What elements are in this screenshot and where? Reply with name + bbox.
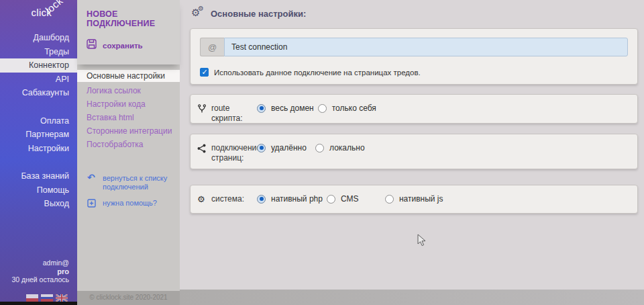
radio-whole-domain[interactable] xyxy=(257,104,266,113)
bottom-band xyxy=(180,290,644,305)
nav-group-account: Оплата Партнерам Настройки xyxy=(0,114,77,156)
sidebar-item-threads[interactable]: Треды xyxy=(0,45,77,59)
script-route-options: весь домен только себя xyxy=(257,103,380,113)
back-to-connections-link[interactable]: ↶ вернуться к списку подключений xyxy=(87,174,180,191)
system-label: система: xyxy=(211,194,244,204)
main-header: ⚙ ⚙ Основные настройки: xyxy=(180,0,644,19)
option-remote[interactable]: удалённо xyxy=(257,143,315,152)
system-label-cell: ⚙ система: xyxy=(197,194,257,204)
option-cms[interactable]: CMS xyxy=(327,194,385,204)
sidebar-item-logout[interactable]: Выход xyxy=(0,197,77,211)
page-connection-options: удалённо локально xyxy=(257,143,374,152)
save-floppy-icon xyxy=(87,39,97,52)
panel-title: НОВОЕ ПОДКЛЮЧЕНИЕ xyxy=(87,9,173,28)
sidebar: clicklock Дашборд Треды Коннектор API Са… xyxy=(0,0,77,305)
undo-arrow-icon: ↶ xyxy=(87,174,97,191)
page-connection-label-cell: подключение страниц: xyxy=(197,143,257,163)
save-button[interactable]: сохранить xyxy=(87,39,173,52)
sidebar-item-settings[interactable]: Настройки xyxy=(0,142,77,156)
nav-group-help: База знаний Помощь Выход xyxy=(0,169,77,211)
account-days-left: 30 дней осталось xyxy=(11,275,69,284)
sidebar-item-payment[interactable]: Оплата xyxy=(0,114,77,128)
menu-item-basic-settings[interactable]: Основные настройки xyxy=(77,70,180,82)
flag-poland-icon[interactable] xyxy=(26,294,38,302)
account-info: admin@ pro 30 дней осталось xyxy=(11,259,69,284)
menu-item-html-insert[interactable]: Вставка html xyxy=(77,111,180,124)
option-native-php[interactable]: нативный php xyxy=(257,194,327,204)
share-icon xyxy=(197,143,207,163)
sidebar-item-connector[interactable]: Коннектор xyxy=(0,58,77,73)
panel-header: НОВОЕ ПОДКЛЮЧЕНИЕ сохранить xyxy=(77,0,180,64)
sidebar-item-api[interactable]: API xyxy=(0,73,77,87)
radio-native-js[interactable] xyxy=(385,195,394,204)
connection-panel: НОВОЕ ПОДКЛЮЧЕНИЕ сохранить Основные нас… xyxy=(77,0,180,305)
option-local[interactable]: локально xyxy=(315,143,374,152)
flag-uk-icon[interactable] xyxy=(56,294,68,302)
radio-native-php[interactable] xyxy=(257,195,266,204)
menu-item-link-logic[interactable]: Логика ссылок xyxy=(77,84,180,97)
connection-name-card: @ Использовать данное подключение на стр… xyxy=(190,28,638,85)
main-content: ⚙ ⚙ Основные настройки: @ Использовать д… xyxy=(180,0,644,305)
sidebar-item-subaccounts[interactable]: Сабакаунты xyxy=(0,86,77,100)
panel-links: ↶ вернуться к списку подключений нужна п… xyxy=(77,174,180,210)
back-link-label: вернуться к списку подключений xyxy=(103,174,180,191)
radio-remote[interactable] xyxy=(257,144,266,152)
fork-icon xyxy=(197,103,207,124)
option-only-self[interactable]: только себя xyxy=(318,103,380,113)
app-window: clicklock Дашборд Треды Коннектор API Са… xyxy=(0,0,644,305)
account-plan: pro xyxy=(11,267,69,276)
connection-name-input[interactable] xyxy=(224,38,628,56)
help-link-label: нужна помощь? xyxy=(103,199,157,210)
radio-only-self[interactable] xyxy=(318,104,327,113)
page-connection-label: подключение страниц: xyxy=(211,143,261,163)
menu-item-postprocessing[interactable]: Постобработка xyxy=(77,138,180,151)
page-title: Основные настройки: xyxy=(211,9,306,19)
system-card: ⚙ система: нативный php CMS нативный js xyxy=(190,185,638,214)
menu-item-integrations[interactable]: Сторонние интеграции xyxy=(77,124,180,138)
sidebar-item-help[interactable]: Помощь xyxy=(0,183,77,198)
sidebar-item-partners[interactable]: Партнерам xyxy=(0,128,77,142)
nav-group-main: Дашборд Треды Коннектор API Сабакаунты xyxy=(0,31,77,100)
gears-icon: ⚙ ⚙ xyxy=(191,7,205,19)
app-logo[interactable]: clicklock xyxy=(31,7,70,18)
flag-russia-icon[interactable] xyxy=(41,294,53,302)
option-whole-domain[interactable]: весь домен xyxy=(257,103,318,113)
page-connection-card: подключение страниц: удалённо локально xyxy=(190,134,638,169)
connection-name-group: @ xyxy=(200,38,628,56)
use-on-threads-row[interactable]: Использовать данное подключение на стран… xyxy=(200,68,628,77)
system-options: нативный php CMS нативный js xyxy=(257,194,447,204)
bottom-edge-strip xyxy=(0,302,77,305)
use-on-threads-label: Использовать данное подключение на стран… xyxy=(214,69,421,77)
copyright-footer: © clicklock.site 2020-2021 xyxy=(77,291,180,305)
account-email: admin@ xyxy=(11,259,69,267)
at-sign-icon: @ xyxy=(200,38,224,56)
language-switcher xyxy=(26,294,68,302)
sidebar-nav: Дашборд Треды Коннектор API Сабакаунты О… xyxy=(0,31,77,225)
use-on-threads-checkbox[interactable] xyxy=(200,68,209,77)
menu-item-code-settings[interactable]: Настройки кода xyxy=(77,97,180,111)
gear-icon: ⚙ xyxy=(197,194,207,204)
option-native-js[interactable]: нативный js xyxy=(385,194,447,204)
mouse-cursor xyxy=(417,234,427,250)
need-help-link[interactable]: нужна помощь? xyxy=(87,199,180,210)
save-button-label: сохранить xyxy=(103,42,143,50)
sidebar-item-knowledge-base[interactable]: База знаний xyxy=(0,169,77,183)
script-route-label: route скрипта: xyxy=(211,103,257,124)
script-route-card: route скрипта: весь домен только себя xyxy=(190,94,638,124)
help-plus-icon xyxy=(87,199,97,210)
script-route-label-cell: route скрипта: xyxy=(197,103,257,124)
settings-menu: Основные настройки Логика ссылок Настрой… xyxy=(77,70,180,151)
radio-local[interactable] xyxy=(315,144,324,152)
sidebar-item-dashboard[interactable]: Дашборд xyxy=(0,31,77,45)
radio-cms[interactable] xyxy=(327,195,335,204)
